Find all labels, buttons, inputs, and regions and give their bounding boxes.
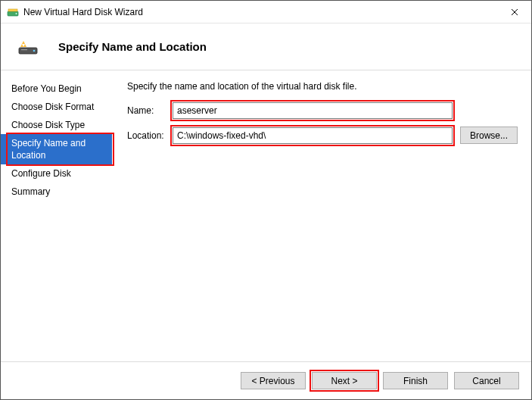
wizard-content: Specify the name and location of the vir… xyxy=(112,70,531,361)
name-input[interactable] xyxy=(173,102,453,119)
browse-button[interactable]: Browse... xyxy=(460,127,518,144)
name-row: Name: xyxy=(127,102,518,119)
finish-button[interactable]: Finish xyxy=(383,372,448,389)
location-input[interactable] xyxy=(173,127,453,144)
sidebar-step-configure-disk[interactable]: Configure Disk xyxy=(1,164,112,183)
sidebar-step-specify-name-and-location[interactable]: Specify Name and Location xyxy=(1,134,112,164)
location-row: Location: Browse... xyxy=(127,127,518,144)
svg-rect-5 xyxy=(21,49,27,50)
sidebar-step-summary[interactable]: Summary xyxy=(1,183,112,201)
name-label: Name: xyxy=(127,105,173,116)
previous-button[interactable]: < Previous xyxy=(241,372,306,389)
svg-rect-2 xyxy=(8,9,17,11)
svg-point-4 xyxy=(33,49,36,52)
window-title: New Virtual Hard Disk Wizard xyxy=(23,7,497,17)
wizard-window: New Virtual Hard Disk Wizard Specify Nam… xyxy=(0,0,532,400)
wizard-body: Before You Begin Choose Disk Format Choo… xyxy=(1,70,531,361)
wizard-header: Specify Name and Location xyxy=(1,23,531,70)
page-title: Specify Name and Location xyxy=(58,40,207,53)
sidebar-step-before-you-begin[interactable]: Before You Begin xyxy=(1,80,112,98)
sidebar-step-choose-disk-type[interactable]: Choose Disk Type xyxy=(1,116,112,134)
titlebar: New Virtual Hard Disk Wizard xyxy=(1,1,531,23)
svg-point-1 xyxy=(16,13,17,14)
cancel-button[interactable]: Cancel xyxy=(454,372,519,389)
instruction-text: Specify the name and location of the vir… xyxy=(127,81,518,92)
hard-disk-icon xyxy=(7,6,19,18)
location-label: Location: xyxy=(127,130,173,141)
wizard-steps-sidebar: Before You Begin Choose Disk Format Choo… xyxy=(1,70,112,361)
sidebar-step-choose-disk-format[interactable]: Choose Disk Format xyxy=(1,98,112,116)
close-button[interactable] xyxy=(497,1,531,23)
next-button[interactable]: Next > xyxy=(312,372,377,389)
wizard-footer: < Previous Next > Finish Cancel xyxy=(1,361,531,399)
hard-disk-wizard-icon xyxy=(17,39,39,55)
